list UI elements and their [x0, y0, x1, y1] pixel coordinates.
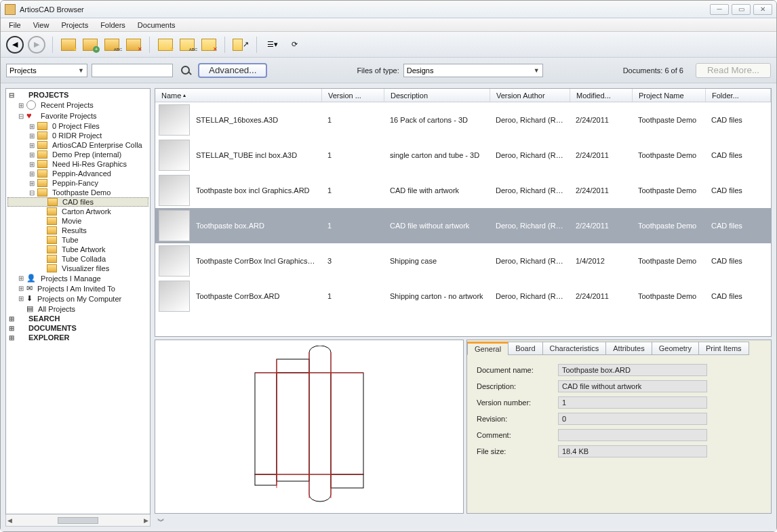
cell-desc: CAD file with artwork	[384, 186, 490, 195]
tree-fav-item[interactable]: ⊞ 0 Project Files	[7, 121, 148, 131]
tree-documents[interactable]: ⊞DOCUMENTS	[7, 323, 148, 333]
project-rename-button[interactable]: ABC	[103, 36, 121, 54]
project-delete-button[interactable]: ✕	[125, 36, 142, 54]
tree-recent[interactable]: ⊞ Recent Projects	[7, 100, 148, 110]
file-row[interactable]: Toothpaste box.ARD1CAD file without artw…	[155, 208, 771, 243]
tree-folder-item[interactable]: Tube Artwork	[7, 245, 148, 254]
tree-manage[interactable]: ⊞👤 Projects I Manage	[7, 273, 148, 283]
menubar: File View Projects Folders Documents	[1, 18, 776, 32]
folder-rename-button[interactable]: ABC	[178, 36, 196, 54]
tree-hscrollbar[interactable]: ◀▶	[5, 514, 151, 527]
cell-folder: CAD files	[705, 186, 771, 195]
col-author[interactable]: Version Author	[490, 89, 570, 102]
col-description[interactable]: Description	[384, 89, 490, 102]
nav-forward-button[interactable]: ▶	[28, 36, 45, 54]
prop-desc-value: CAD file without artwork	[558, 380, 707, 392]
cell-modified: 2/24/2011	[570, 186, 632, 195]
search-icon[interactable]	[177, 66, 194, 75]
tree-root-projects[interactable]: ⊟PROJECTS	[7, 90, 148, 100]
tree-fav-item[interactable]: ⊟ Toothpaste Demo	[7, 188, 148, 197]
tree-fav-item[interactable]: ⊞ Need Hi-Res Graphics	[7, 159, 148, 169]
open-button[interactable]: ↗	[232, 36, 250, 54]
file-row[interactable]: STELLAR_TUBE incl box.A3D1single carton …	[155, 138, 771, 173]
col-folder[interactable]: Folder...	[706, 89, 771, 102]
tree-search[interactable]: ⊞SEARCH	[7, 314, 148, 323]
tab-characteristics[interactable]: Characteristics	[542, 342, 607, 355]
menu-documents[interactable]: Documents	[132, 20, 181, 30]
tree-fav-item[interactable]: ⊞ 0 RIDR Project	[7, 131, 148, 140]
tree-folder-item[interactable]: CAD files	[7, 197, 148, 207]
tree-folder-item[interactable]: Results	[7, 226, 148, 235]
tab-board[interactable]: Board	[508, 342, 542, 355]
project-tree[interactable]: ⊟PROJECTS ⊞ Recent Projects ⊟♥ Favorite …	[5, 88, 151, 514]
view-list-button[interactable]: ☰▾	[264, 36, 281, 54]
minimize-button[interactable]: ─	[710, 4, 729, 15]
folder-new-button[interactable]: ★	[157, 36, 174, 54]
tree-folder-item[interactable]: Visualizer files	[7, 264, 148, 273]
cell-project: Toothpaste Demo	[632, 292, 705, 300]
tab-general[interactable]: General	[467, 342, 509, 355]
tree-folder-item[interactable]: Tube	[7, 235, 148, 245]
prop-rev-label: Revision:	[477, 415, 558, 423]
menu-view[interactable]: View	[28, 20, 55, 30]
col-version[interactable]: Version ...	[322, 89, 384, 102]
tree-explorer[interactable]: ⊞EXPLORER	[7, 333, 148, 342]
file-list: Name ▴ Version ... Description Version A…	[155, 88, 772, 337]
col-modified[interactable]: Modified...	[570, 89, 633, 102]
file-row[interactable]: Toothpaste box incl Graphics.ARD1CAD fil…	[155, 173, 771, 208]
search-input[interactable]	[92, 64, 173, 77]
tree-all[interactable]: ▤ All Projects	[7, 304, 148, 314]
tree-folder-item[interactable]: Carton Artwork	[7, 207, 148, 216]
folder-icon	[47, 255, 57, 263]
refresh-button[interactable]: ⟳	[285, 36, 303, 54]
folder-icon	[37, 122, 47, 130]
list-icon: ▤	[26, 304, 33, 313]
thumbnail-icon	[159, 210, 190, 241]
project-new-button[interactable]: ★	[60, 36, 77, 54]
nav-back-button[interactable]: ◀	[6, 36, 24, 54]
separator-icon	[149, 37, 150, 53]
menu-file[interactable]: File	[3, 20, 26, 30]
cell-name: STELLAR_16boxes.A3D	[190, 116, 321, 124]
cell-desc: Shipping carton - no artwork	[384, 292, 490, 300]
tree-fav-item[interactable]: ⊞ Demo Prep (internal)	[7, 150, 148, 159]
menu-projects[interactable]: Projects	[56, 20, 94, 30]
tree-fav-item[interactable]: ⊞ Peppin-Advanced	[7, 169, 148, 178]
maximize-button[interactable]: ▭	[732, 4, 751, 15]
chevron-down-icon: ▼	[78, 67, 84, 74]
close-button[interactable]: ✕	[753, 4, 772, 15]
document-count: Documents: 6 of 6	[623, 66, 683, 75]
file-row[interactable]: Toothpaste CorrBox.ARD1Shipping carton -…	[155, 279, 771, 314]
menu-folders[interactable]: Folders	[95, 20, 131, 30]
folder-icon	[47, 236, 57, 244]
folder-icon	[47, 198, 58, 206]
tree-folder-item[interactable]: Movie	[7, 216, 148, 226]
tab-attributes[interactable]: Attributes	[605, 342, 652, 355]
tab-geometry[interactable]: Geometry	[652, 342, 699, 355]
collapse-handle[interactable]: ︾	[155, 516, 772, 527]
folder-delete-button[interactable]: ✕	[200, 36, 218, 54]
tree-computer[interactable]: ⊞⬇ Projects on My Computer	[7, 293, 148, 304]
file-row[interactable]: STELLAR_16boxes.A3D116 Pack of cartons -…	[155, 102, 771, 138]
advanced-button[interactable]: Advanced...	[198, 63, 267, 78]
search-scope-combo[interactable]: Projects ▼	[6, 64, 87, 77]
tab-printitems[interactable]: Print Items	[698, 342, 749, 355]
cell-name: STELLAR_TUBE incl box.A3D	[190, 151, 321, 159]
folder-icon	[37, 131, 47, 140]
col-project[interactable]: Project Name	[633, 89, 706, 102]
col-name[interactable]: Name ▴	[155, 89, 322, 102]
tree-invited[interactable]: ⊞✉ Projects I Am Invited To	[7, 283, 148, 293]
read-more-button[interactable]: Read More...	[696, 63, 771, 78]
toolbar: ◀ ▶ ★ + ABC ✕ ★ ABC ✕ ↗ ☰▾ ⟳	[1, 32, 776, 58]
prop-desc-label: Description:	[477, 382, 558, 390]
cell-modified: 2/24/2011	[570, 151, 632, 159]
tree-favorite[interactable]: ⊟♥ Favorite Projects	[7, 110, 148, 121]
tree-fav-item[interactable]: ⊞ ArtiosCAD Enterprise Colla	[7, 140, 148, 150]
project-copy-button[interactable]: +	[81, 36, 99, 54]
tree-folder-item[interactable]: Tube Collada	[7, 254, 148, 264]
file-row[interactable]: Toothpaste CorrBox Incl Graphics.ARD3Shi…	[155, 243, 771, 279]
svg-rect-6	[255, 474, 277, 485]
folder-icon	[47, 226, 57, 234]
files-of-type-combo[interactable]: Designs ▼	[403, 64, 543, 77]
tree-fav-item[interactable]: ⊞ Peppin-Fancy	[7, 178, 148, 188]
